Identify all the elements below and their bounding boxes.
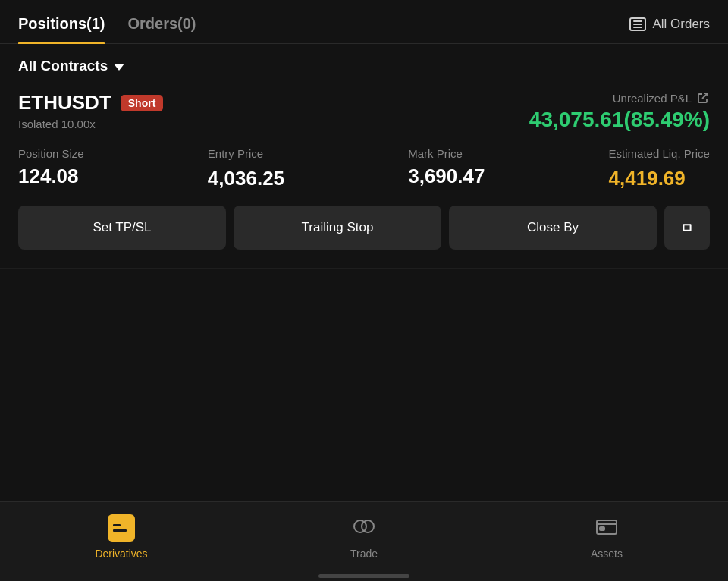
close-by-button[interactable]: Close By (449, 206, 657, 250)
all-contracts-label: All Contracts (18, 58, 108, 74)
nav-item-assets[interactable]: Assets (485, 514, 728, 560)
position-symbol-row: ETHUSDT Short (18, 91, 163, 115)
stat-entry-price-label: Entry Price (208, 147, 284, 162)
bottom-nav: Derivatives Trade (0, 501, 728, 575)
bottom-handle (0, 575, 728, 581)
stats-row: Position Size 124.08 Entry Price 4,036.2… (18, 147, 710, 190)
nav-label-derivatives: Derivatives (95, 548, 147, 560)
stat-mark-price-value: 3,690.47 (408, 165, 485, 188)
svg-rect-4 (600, 527, 604, 530)
stat-liq-price-value: 4,419.69 (609, 167, 710, 190)
svg-line-0 (702, 93, 708, 99)
nav-label-trade: Trade (350, 548, 378, 560)
position-symbol: ETHUSDT (18, 91, 111, 115)
pnl-value: 43,075.61(85.49%) (529, 108, 710, 132)
nav-item-trade[interactable]: Trade (243, 514, 485, 560)
nav-item-derivatives[interactable]: Derivatives (0, 514, 243, 560)
stat-entry-price: Entry Price 4,036.25 (208, 147, 284, 190)
position-card: ETHUSDT Short Isolated 10.00x Unrealized… (18, 91, 710, 250)
trade-icon (350, 514, 378, 542)
tab-orders[interactable]: Orders(0) (127, 15, 196, 43)
list-icon (629, 17, 646, 31)
position-margin-info: Isolated 10.00x (18, 118, 163, 130)
pnl-group: Unrealized P&L 43,075.61(85.49%) (529, 91, 710, 132)
stat-liq-price-label: Estimated Liq. Price (609, 147, 710, 162)
trailing-stop-button[interactable]: Trailing Stop (234, 206, 441, 250)
stat-liq-price: Estimated Liq. Price 4,419.69 (609, 147, 710, 190)
all-contracts-dropdown[interactable]: All Contracts (18, 58, 710, 74)
handle-bar (318, 574, 410, 578)
tab-positions[interactable]: Positions(1) (18, 15, 105, 43)
nav-label-assets: Assets (591, 548, 623, 560)
stat-entry-price-value: 4,036.25 (208, 167, 284, 190)
stat-mark-price: Mark Price 3,690.47 (408, 147, 485, 190)
svg-point-2 (362, 520, 374, 532)
all-orders-button[interactable]: All Orders (629, 17, 710, 42)
pnl-label: Unrealized P&L (529, 91, 710, 105)
all-orders-label: All Orders (652, 17, 710, 32)
set-tpsl-button[interactable]: Set TP/SL (18, 206, 226, 250)
chevron-down-icon (114, 64, 124, 71)
stat-position-size: Position Size 124.08 (18, 147, 84, 190)
stat-position-size-label: Position Size (18, 147, 84, 160)
action-row: Set TP/SL Trailing Stop Close By (18, 206, 710, 250)
stat-mark-price-label: Mark Price (408, 147, 485, 160)
position-header: ETHUSDT Short Isolated 10.00x Unrealized… (18, 91, 710, 132)
external-link-icon[interactable] (696, 91, 710, 105)
filter-row: All Contracts (0, 44, 728, 88)
position-title-group: ETHUSDT Short Isolated 10.00x (18, 91, 163, 130)
derivatives-icon (108, 514, 135, 542)
tab-bar: Positions(1) Orders(0) All Orders (0, 0, 728, 44)
stat-position-size-value: 124.08 (18, 165, 84, 188)
position-direction-badge: Short (121, 95, 164, 111)
swap-icon-button[interactable] (664, 206, 710, 250)
assets-icon (593, 514, 620, 542)
